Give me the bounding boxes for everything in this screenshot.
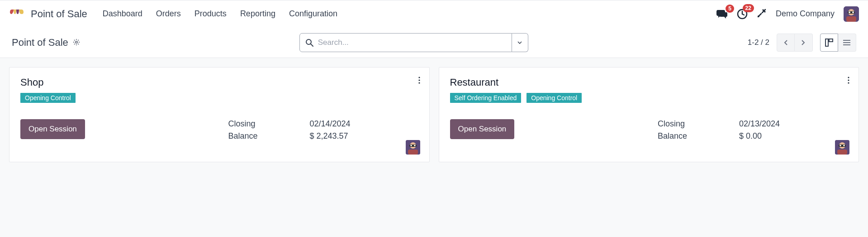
tools-button[interactable] xyxy=(757,8,767,20)
kanban-icon xyxy=(825,39,833,47)
svg-rect-33 xyxy=(408,150,418,155)
svg-line-19 xyxy=(311,44,313,46)
svg-point-6 xyxy=(849,11,851,13)
cards-area: Shop Opening Control Open Session Closin… xyxy=(0,58,868,171)
prev-page-button[interactable] xyxy=(777,34,795,52)
closing-label: Closing xyxy=(228,119,310,129)
balance-label: Balance xyxy=(658,131,739,141)
nav-orders[interactable]: Orders xyxy=(156,9,181,19)
top-navbar: Point of Sale Dashboard Orders Products … xyxy=(0,0,868,27)
svg-point-41 xyxy=(843,145,845,147)
kebab-icon xyxy=(418,77,420,84)
closing-label: Closing xyxy=(658,119,739,129)
card-info: Closing 02/13/2024 Balance $ 0.00 xyxy=(658,119,821,141)
open-session-button[interactable]: Open Session xyxy=(450,119,515,139)
svg-point-25 xyxy=(418,77,420,78)
svg-line-16 xyxy=(74,44,75,44)
card-tags: Self Ordering Enabled Opening Control xyxy=(450,93,848,103)
controlbar-right: 1-2 / 2 xyxy=(748,34,856,52)
card-menu-button[interactable] xyxy=(418,77,420,86)
pos-card-restaurant[interactable]: Restaurant Self Ordering Enabled Opening… xyxy=(439,67,859,162)
svg-rect-42 xyxy=(837,150,847,155)
svg-point-40 xyxy=(840,145,842,147)
messages-button[interactable]: 5 xyxy=(716,9,728,19)
tag-self-ordering: Self Ordering Enabled xyxy=(450,93,522,103)
svg-point-26 xyxy=(418,79,420,81)
tag-opening-control: Opening Control xyxy=(20,93,76,103)
svg-point-32 xyxy=(413,145,416,147)
svg-point-36 xyxy=(848,82,849,83)
activities-button[interactable]: 22 xyxy=(737,9,748,19)
card-tags: Opening Control xyxy=(20,93,418,103)
control-bar: Point of Sale xyxy=(0,27,868,58)
card-body: Open Session Closing 02/13/2024 Balance … xyxy=(450,119,848,141)
svg-point-7 xyxy=(852,11,854,13)
svg-line-14 xyxy=(74,40,75,41)
chevron-down-icon xyxy=(517,41,522,44)
nav-products[interactable]: Products xyxy=(194,9,227,19)
card-title: Restaurant xyxy=(450,77,848,88)
svg-line-17 xyxy=(78,40,79,41)
messages-badge: 5 xyxy=(726,5,734,13)
list-view-button[interactable] xyxy=(838,34,856,52)
svg-point-31 xyxy=(410,145,412,147)
activities-badge: 22 xyxy=(743,4,754,12)
avatar-icon xyxy=(406,140,420,155)
search-wrap xyxy=(299,33,528,52)
page-counter[interactable]: 1-2 / 2 xyxy=(748,38,769,47)
nav-dashboard[interactable]: Dashboard xyxy=(103,9,142,19)
search-input[interactable] xyxy=(318,38,506,47)
nav-items: Dashboard Orders Products Reporting Conf… xyxy=(103,9,337,19)
breadcrumb: Point of Sale xyxy=(12,37,80,48)
chevron-right-icon xyxy=(801,39,806,46)
pager-buttons xyxy=(777,34,813,52)
svg-line-15 xyxy=(78,44,79,44)
avatar-icon xyxy=(835,140,849,155)
balance-value: $ 0.00 xyxy=(739,131,821,141)
open-session-button[interactable]: Open Session xyxy=(20,119,85,139)
svg-rect-8 xyxy=(846,16,856,22)
svg-point-27 xyxy=(418,82,420,83)
tag-opening-control: Opening Control xyxy=(526,93,582,103)
topbar-right: 5 22 Demo Company xyxy=(716,6,859,22)
balance-label: Balance xyxy=(228,131,310,141)
chevron-left-icon xyxy=(783,39,788,46)
app-logo xyxy=(9,8,24,20)
search-box[interactable] xyxy=(299,33,512,52)
svg-point-9 xyxy=(76,41,77,43)
search-dropdown-button[interactable] xyxy=(512,33,528,52)
closing-date: 02/13/2024 xyxy=(739,119,821,129)
avatar-icon xyxy=(844,6,859,22)
app-title[interactable]: Point of Sale xyxy=(31,8,87,20)
view-switch xyxy=(820,34,856,52)
balance-value: $ 2,243.57 xyxy=(310,131,391,141)
card-body: Open Session Closing 02/14/2024 Balance … xyxy=(20,119,418,141)
wrench-icon xyxy=(757,8,767,18)
card-title: Shop xyxy=(20,77,418,88)
next-page-button[interactable] xyxy=(795,34,813,52)
responsible-avatar[interactable] xyxy=(835,140,849,155)
svg-rect-20 xyxy=(825,39,828,46)
svg-rect-21 xyxy=(829,39,833,42)
svg-point-2 xyxy=(758,15,759,17)
responsible-avatar[interactable] xyxy=(406,140,420,155)
user-avatar[interactable] xyxy=(844,6,859,22)
pos-card-shop[interactable]: Shop Opening Control Open Session Closin… xyxy=(9,67,430,162)
kebab-icon xyxy=(848,77,849,84)
search-icon xyxy=(305,39,313,47)
nav-reporting[interactable]: Reporting xyxy=(240,9,275,19)
breadcrumb-title[interactable]: Point of Sale xyxy=(12,37,68,48)
list-icon xyxy=(843,39,851,46)
svg-point-35 xyxy=(848,79,849,81)
svg-point-34 xyxy=(848,77,849,78)
nav-configuration[interactable]: Configuration xyxy=(289,9,337,19)
company-name[interactable]: Demo Company xyxy=(776,9,835,19)
gear-icon[interactable] xyxy=(73,37,80,48)
kanban-view-button[interactable] xyxy=(820,34,838,52)
card-info: Closing 02/14/2024 Balance $ 2,243.57 xyxy=(228,119,391,141)
card-menu-button[interactable] xyxy=(848,77,849,86)
closing-date: 02/14/2024 xyxy=(310,119,391,129)
